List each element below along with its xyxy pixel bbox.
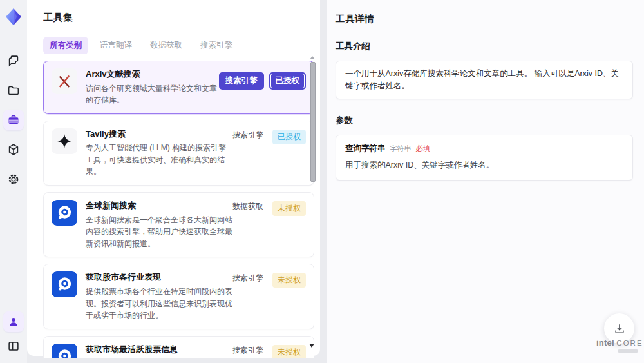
arxiv-tool-icon [52,68,77,94]
tools-panel: 工具集 所有类别语言翻译数据获取搜索引擎 Arxiv文献搜索访问各个研究领域大量… [27,0,320,356]
tool-list: Arxiv文献搜索访问各个研究领域大量科学论文和文章的存储库。搜索引擎已授权Ta… [43,61,314,358]
param-type: 字符串 [390,144,412,153]
authorized-badge: 已授权 [269,72,307,90]
tool-card[interactable]: 全球新闻搜索全球新闻搜索是一个聚合全球各大新闻网站内容的搜索引擎，帮助用户快速获… [43,192,314,257]
toolbox-icon[interactable] [3,110,24,130]
sidebar-nav [3,50,24,190]
tab-category-2[interactable]: 数据获取 [144,37,189,54]
chat-icon[interactable] [3,50,24,71]
param-list: 查询字符串字符串必填用于搜索的Arxiv ID、关键字或作者姓名。 [336,135,635,181]
download-icon [613,322,626,335]
scrollbar-down-arrow[interactable] [309,344,314,348]
intel-core-logo: intel core [596,338,639,353]
cube-icon[interactable] [3,139,24,160]
app-logo [3,6,24,27]
settings-icon[interactable] [3,169,24,190]
unauthorized-badge: 未授权 [272,201,306,216]
tool-name: Arxiv文献搜索 [86,68,219,80]
tool-card[interactable]: 获取股市各行业表现提供股票市场各个行业在特定时间段内的表现。投资者可以利用这些信… [43,264,314,329]
panel-toggle-icon[interactable] [3,336,24,357]
tool-description: 专为人工智能代理 (LLM) 构建的搜索引擎工具，可快速提供实时、准确和真实的结… [86,142,232,178]
tool-detail-panel: 工具详情 工具介绍 一个用于从Arxiv存储库搜索科学论文和文章的工具。 输入可… [327,0,644,363]
tool-description: 提供当天交易量最高的股票列表。投资者可以利用这些信息来识别流动性强的股票和潜在的… [86,357,232,358]
scrollbar-thumb[interactable] [310,62,316,182]
blue-q-tool-icon [52,271,77,297]
tool-category-label: 搜索引擎 [232,345,263,356]
brand-core: core [616,339,643,347]
user-icon[interactable] [3,311,24,332]
tool-name: 获取股市各行业表现 [86,271,232,283]
detail-title: 工具详情 [336,13,635,25]
tool-card[interactable]: 获取市场最活跃股票信息提供当天交易量最高的股票列表。投资者可以利用这些信息来识别… [43,336,314,358]
tool-description: 访问各个研究领域大量科学论文和文章的存储库。 [86,83,219,106]
authorized-badge: 已授权 [272,130,306,144]
params-heading: 参数 [336,115,635,126]
tool-card[interactable]: Arxiv文献搜索访问各个研究领域大量科学论文和文章的存储库。搜索引擎已授权 [43,61,314,114]
sidebar [0,0,27,363]
tool-description: 全球新闻搜索是一个聚合全球各大新闻网站内容的搜索引擎，帮助用户快速获取全球最新资… [86,214,232,250]
param-name: 查询字符串 [345,143,386,154]
param-required-flag: 必填 [416,144,430,153]
tool-name: 获取市场最活跃股票信息 [86,344,232,355]
tool-category-label: 搜索引擎 [232,273,263,284]
tool-category-label: 搜索引擎 [219,72,264,90]
tool-category-label: 搜索引擎 [232,130,263,141]
tab-category-1[interactable]: 语言翻译 [93,37,138,54]
folder-icon[interactable] [3,80,24,101]
page-title: 工具集 [43,12,320,24]
tab-all-categories[interactable]: 所有类别 [43,37,88,54]
blue-q-tool-icon [52,344,77,358]
brand-intel: intel [596,338,614,348]
unauthorized-badge: 未授权 [272,273,306,288]
intro-heading: 工具介绍 [336,41,635,52]
param-description: 用于搜索的Arxiv ID、关键字或作者姓名。 [345,160,623,171]
param-card: 查询字符串字符串必填用于搜索的Arxiv ID、关键字或作者姓名。 [336,135,633,181]
tool-card[interactable]: Tavily搜索专为人工智能代理 (LLM) 构建的搜索引擎工具，可快速提供实时… [43,121,314,186]
blue-q-tool-icon [52,200,77,226]
unauthorized-badge: 未授权 [272,345,306,358]
tool-description: 提供股票市场各个行业在特定时间段内的表现。投资者可以利用这些信息来识别表现优于或… [86,286,232,322]
tool-name: Tavily搜索 [86,128,232,140]
tab-category-3[interactable]: 搜索引擎 [194,37,239,54]
scrollbar-up-arrow[interactable] [310,56,315,59]
category-tabs: 所有类别语言翻译数据获取搜索引擎 [43,37,320,54]
tavily-tool-icon [52,128,77,154]
tool-intro-text: 一个用于从Arxiv存储库搜索科学论文和文章的工具。 输入可以是Arxiv ID… [336,61,633,99]
tool-name: 全球新闻搜索 [86,200,232,211]
tool-category-label: 数据获取 [232,201,263,212]
brand-bar [618,349,638,353]
